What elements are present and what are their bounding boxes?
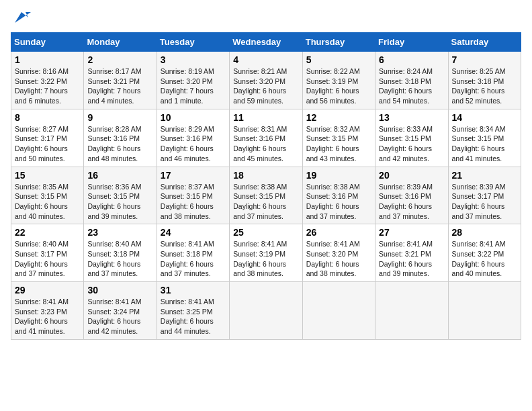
calendar-cell <box>375 282 448 340</box>
day-detail: Sunrise: 8:24 AMSunset: 3:18 PMDaylight:… <box>379 66 444 106</box>
day-detail: Sunrise: 8:41 AMSunset: 3:19 PMDaylight:… <box>233 239 298 279</box>
day-number: 2 <box>87 54 152 65</box>
day-detail: Sunrise: 8:39 AMSunset: 3:16 PMDaylight:… <box>379 182 444 222</box>
day-detail: Sunrise: 8:17 AMSunset: 3:21 PMDaylight:… <box>87 66 152 106</box>
day-number: 19 <box>306 170 371 181</box>
day-detail: Sunrise: 8:41 AMSunset: 3:23 PMDaylight:… <box>15 297 80 336</box>
calendar-cell: 6Sunrise: 8:24 AMSunset: 3:18 PMDaylight… <box>375 52 448 109</box>
calendar-cell: 13Sunrise: 8:33 AMSunset: 3:15 PMDayligh… <box>375 109 448 167</box>
calendar-cell: 1Sunrise: 8:16 AMSunset: 3:22 PMDaylight… <box>11 52 84 109</box>
calendar-cell: 9Sunrise: 8:28 AMSunset: 3:16 PMDaylight… <box>84 109 157 167</box>
calendar-cell: 7Sunrise: 8:25 AMSunset: 3:18 PMDaylight… <box>448 52 521 109</box>
day-number: 6 <box>379 54 444 65</box>
calendar-cell: 5Sunrise: 8:22 AMSunset: 3:19 PMDaylight… <box>302 52 375 109</box>
day-number: 20 <box>379 170 444 181</box>
day-number: 28 <box>452 227 517 238</box>
day-number: 8 <box>15 112 80 123</box>
day-number: 23 <box>87 227 152 238</box>
calendar-cell: 25Sunrise: 8:41 AMSunset: 3:19 PMDayligh… <box>230 224 302 282</box>
day-number: 7 <box>452 54 517 65</box>
calendar-cell <box>230 282 302 340</box>
day-detail: Sunrise: 8:32 AMSunset: 3:15 PMDaylight:… <box>306 124 371 164</box>
calendar-table: SundayMondayTuesdayWednesdayThursdayFrid… <box>11 32 521 340</box>
calendar-cell <box>302 282 375 340</box>
page-header <box>11 11 521 27</box>
calendar-cell: 2Sunrise: 8:17 AMSunset: 3:21 PMDaylight… <box>84 52 157 109</box>
col-header-friday: Friday <box>375 33 448 52</box>
day-detail: Sunrise: 8:27 AMSunset: 3:17 PMDaylight:… <box>15 124 80 164</box>
calendar-cell: 17Sunrise: 8:37 AMSunset: 3:15 PMDayligh… <box>157 167 229 224</box>
day-number: 12 <box>306 112 371 123</box>
calendar-cell: 31Sunrise: 8:41 AMSunset: 3:25 PMDayligh… <box>157 282 229 340</box>
day-detail: Sunrise: 8:21 AMSunset: 3:20 PMDaylight:… <box>233 66 298 106</box>
day-number: 27 <box>379 227 444 238</box>
calendar-cell: 18Sunrise: 8:38 AMSunset: 3:15 PMDayligh… <box>230 167 302 224</box>
calendar-cell: 4Sunrise: 8:21 AMSunset: 3:20 PMDaylight… <box>230 52 302 109</box>
calendar-cell: 29Sunrise: 8:41 AMSunset: 3:23 PMDayligh… <box>11 282 84 340</box>
day-number: 16 <box>87 170 152 181</box>
day-detail: Sunrise: 8:29 AMSunset: 3:16 PMDaylight:… <box>161 124 226 164</box>
day-detail: Sunrise: 8:40 AMSunset: 3:17 PMDaylight:… <box>15 239 80 279</box>
calendar-cell: 10Sunrise: 8:29 AMSunset: 3:16 PMDayligh… <box>157 109 229 167</box>
calendar-cell: 23Sunrise: 8:40 AMSunset: 3:18 PMDayligh… <box>84 224 157 282</box>
calendar-cell: 8Sunrise: 8:27 AMSunset: 3:17 PMDaylight… <box>11 109 84 167</box>
day-number: 31 <box>161 285 226 295</box>
logo <box>11 11 31 27</box>
day-number: 10 <box>161 112 226 123</box>
day-detail: Sunrise: 8:38 AMSunset: 3:15 PMDaylight:… <box>233 182 298 222</box>
col-header-tuesday: Tuesday <box>157 33 229 52</box>
day-number: 24 <box>161 227 226 238</box>
day-number: 18 <box>233 170 298 181</box>
day-number: 15 <box>15 170 80 181</box>
day-detail: Sunrise: 8:36 AMSunset: 3:15 PMDaylight:… <box>87 182 152 222</box>
day-detail: Sunrise: 8:35 AMSunset: 3:15 PMDaylight:… <box>15 182 80 222</box>
day-detail: Sunrise: 8:31 AMSunset: 3:16 PMDaylight:… <box>233 124 298 164</box>
calendar-cell: 27Sunrise: 8:41 AMSunset: 3:21 PMDayligh… <box>375 224 448 282</box>
day-number: 13 <box>379 112 444 123</box>
day-detail: Sunrise: 8:41 AMSunset: 3:24 PMDaylight:… <box>87 297 152 336</box>
day-number: 4 <box>233 54 298 65</box>
svg-marker-0 <box>15 12 31 23</box>
col-header-saturday: Saturday <box>448 33 521 52</box>
calendar-cell: 11Sunrise: 8:31 AMSunset: 3:16 PMDayligh… <box>230 109 302 167</box>
col-header-sunday: Sunday <box>11 33 84 52</box>
day-number: 3 <box>161 54 226 65</box>
day-detail: Sunrise: 8:38 AMSunset: 3:16 PMDaylight:… <box>306 182 371 222</box>
day-detail: Sunrise: 8:39 AMSunset: 3:17 PMDaylight:… <box>452 182 517 222</box>
day-number: 25 <box>233 227 298 238</box>
day-detail: Sunrise: 8:19 AMSunset: 3:20 PMDaylight:… <box>161 66 226 106</box>
calendar-cell: 24Sunrise: 8:41 AMSunset: 3:18 PMDayligh… <box>157 224 229 282</box>
calendar-cell: 20Sunrise: 8:39 AMSunset: 3:16 PMDayligh… <box>375 167 448 224</box>
calendar-cell: 14Sunrise: 8:34 AMSunset: 3:15 PMDayligh… <box>448 109 521 167</box>
day-number: 5 <box>306 54 371 65</box>
day-number: 30 <box>87 285 152 295</box>
day-detail: Sunrise: 8:40 AMSunset: 3:18 PMDaylight:… <box>87 239 152 279</box>
calendar-cell: 15Sunrise: 8:35 AMSunset: 3:15 PMDayligh… <box>11 167 84 224</box>
day-number: 17 <box>161 170 226 181</box>
day-detail: Sunrise: 8:28 AMSunset: 3:16 PMDaylight:… <box>87 124 152 164</box>
logo-icon <box>12 8 31 27</box>
day-number: 14 <box>452 112 517 123</box>
calendar-cell: 16Sunrise: 8:36 AMSunset: 3:15 PMDayligh… <box>84 167 157 224</box>
day-detail: Sunrise: 8:37 AMSunset: 3:15 PMDaylight:… <box>161 182 226 222</box>
day-detail: Sunrise: 8:16 AMSunset: 3:22 PMDaylight:… <box>15 66 80 106</box>
day-detail: Sunrise: 8:33 AMSunset: 3:15 PMDaylight:… <box>379 124 444 164</box>
calendar-cell: 21Sunrise: 8:39 AMSunset: 3:17 PMDayligh… <box>448 167 521 224</box>
day-detail: Sunrise: 8:34 AMSunset: 3:15 PMDaylight:… <box>452 124 517 164</box>
day-number: 9 <box>87 112 152 123</box>
calendar-cell: 28Sunrise: 8:41 AMSunset: 3:22 PMDayligh… <box>448 224 521 282</box>
day-number: 11 <box>233 112 298 123</box>
day-detail: Sunrise: 8:41 AMSunset: 3:20 PMDaylight:… <box>306 239 371 279</box>
calendar-cell <box>448 282 521 340</box>
day-detail: Sunrise: 8:22 AMSunset: 3:19 PMDaylight:… <box>306 66 371 106</box>
day-detail: Sunrise: 8:41 AMSunset: 3:25 PMDaylight:… <box>161 297 226 336</box>
calendar-cell: 22Sunrise: 8:40 AMSunset: 3:17 PMDayligh… <box>11 224 84 282</box>
calendar-cell: 30Sunrise: 8:41 AMSunset: 3:24 PMDayligh… <box>84 282 157 340</box>
day-detail: Sunrise: 8:41 AMSunset: 3:18 PMDaylight:… <box>161 239 226 279</box>
day-detail: Sunrise: 8:25 AMSunset: 3:18 PMDaylight:… <box>452 66 517 106</box>
day-detail: Sunrise: 8:41 AMSunset: 3:21 PMDaylight:… <box>379 239 444 279</box>
day-number: 22 <box>15 227 80 238</box>
day-detail: Sunrise: 8:41 AMSunset: 3:22 PMDaylight:… <box>452 239 517 279</box>
col-header-wednesday: Wednesday <box>230 33 302 52</box>
calendar-cell: 19Sunrise: 8:38 AMSunset: 3:16 PMDayligh… <box>302 167 375 224</box>
